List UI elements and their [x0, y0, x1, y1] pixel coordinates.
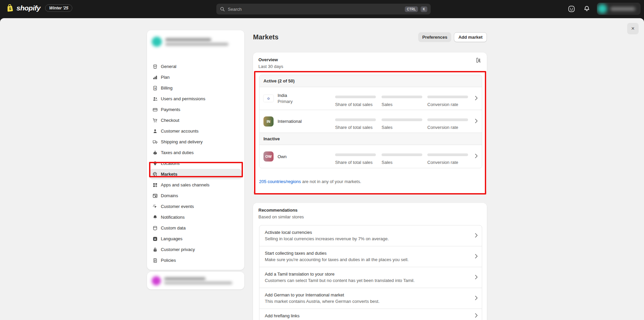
policies-icon [152, 258, 158, 263]
settings-sidebar: General Plan $ Billing Users and permiss… [147, 30, 244, 289]
sidebar-item-label: Customer privacy [161, 247, 195, 252]
sidebar-item-apps-and-sales-channels[interactable]: Apps and sales channels [150, 180, 242, 190]
chevron-right-icon [475, 96, 478, 100]
recommendations-title: Recommendations [258, 208, 481, 213]
sidebar-item-domains[interactable]: Domains [150, 190, 242, 201]
metric-skeleton-bar [382, 153, 422, 156]
search-input[interactable]: Search CTRL K [216, 4, 431, 14]
chevron-right-icon [475, 275, 478, 279]
store-avatar-blurred [152, 37, 162, 47]
sidebar-item-label: Policies [161, 258, 176, 263]
recommendation-description: Customers can select Tamil but no conten… [265, 278, 468, 283]
countries-footer: 205 countries/regions are not in any of … [259, 179, 481, 184]
users-icon [152, 96, 158, 102]
user-name-blurred [164, 277, 206, 280]
sidebar-user-card[interactable] [147, 272, 244, 289]
add-market-button[interactable]: Add market [454, 32, 487, 42]
sidebar-item-customer-privacy[interactable]: Customer privacy [150, 244, 242, 255]
shopify-wordmark: shopify [16, 4, 40, 12]
sidebar-item-label: Plan [161, 75, 170, 80]
recommendation-title: Start collecting taxes and duties [265, 251, 468, 256]
sidebar-item-label: Customer accounts [161, 129, 199, 134]
notifications-button[interactable] [581, 3, 592, 14]
sidebar-item-users-and-permissions[interactable]: Users and permissions [150, 94, 242, 104]
metric-column: Share of total sales [335, 87, 376, 110]
close-button[interactable]: × [627, 23, 639, 34]
view-report-button[interactable] [475, 57, 481, 64]
sidebar-store-header[interactable] [147, 30, 244, 49]
recommendations-list: Activate local currencies Selling in loc… [259, 225, 482, 320]
store-url-blurred [165, 43, 228, 46]
recommendation-row[interactable]: Add German to your International market … [259, 288, 482, 309]
metric-column: Sales [382, 110, 422, 133]
market-name: India [278, 93, 293, 98]
sidebar-item-label: Taxes and duties [161, 150, 194, 155]
metric-label: Conversion rate [427, 125, 458, 130]
metric-skeleton-bar [427, 153, 468, 156]
market-section-header: Active (2 of 50) [259, 75, 482, 87]
sidebar-item-plan[interactable]: Plan [150, 72, 242, 82]
sidebar-item-payments[interactable]: Payments [150, 104, 242, 115]
sidebar-item-checkout[interactable]: Checkout [150, 115, 242, 126]
store-account-menu[interactable] [597, 3, 641, 15]
plan-icon [152, 75, 158, 80]
sidebar-item-general[interactable]: General [150, 61, 242, 72]
taxes-icon [152, 150, 158, 155]
edition-badge[interactable]: Winter '25 [45, 4, 72, 12]
market-name: International [278, 119, 302, 124]
store-name-blurred [610, 7, 635, 11]
sidebar-item-notifications[interactable]: Notifications [150, 212, 242, 222]
market-row-international[interactable]: IN International Share of total sales Sa… [259, 110, 482, 133]
sidebar-item-custom-data[interactable]: Custom data [150, 223, 242, 233]
countries-link[interactable]: 205 countries/regions [259, 179, 301, 184]
sidebar-item-customer-events[interactable]: Customer events [150, 201, 242, 212]
recommendation-row[interactable]: Add hreflang links [259, 309, 482, 320]
recommendation-row[interactable]: Start collecting taxes and duties Make s… [259, 246, 482, 267]
close-icon: × [631, 25, 635, 32]
india-flag-icon [263, 95, 274, 102]
metric-column: Conversion rate [427, 110, 468, 133]
sidekick-icon [568, 5, 575, 12]
metric-label: Share of total sales [335, 102, 372, 107]
main-content: Markets Preferences Add market Overview … [253, 30, 487, 320]
metric-skeleton-bar [427, 96, 468, 98]
recommendation-row[interactable]: Add a Tamil translation to your store Cu… [259, 267, 482, 288]
store-avatar-blurred [598, 4, 607, 13]
sidebar-item-taxes-and-duties[interactable]: Taxes and duties [150, 147, 242, 158]
apps-icon [152, 182, 158, 188]
recommendation-row[interactable]: Activate local currencies Selling in loc… [259, 225, 482, 246]
recommendation-description: This market contains Austria, where Germ… [265, 299, 468, 304]
settings-nav: General Plan $ Billing Users and permiss… [147, 61, 244, 270]
recommendation-title: Add hreflang links [265, 313, 468, 318]
sidebar-item-billing[interactable]: $ Billing [150, 83, 242, 93]
market-row-india[interactable]: India Primary Share of total sales Sales… [259, 87, 482, 110]
search-icon [220, 6, 225, 12]
market-row-own[interactable]: OW Own Share of total sales Sales Conver… [259, 145, 482, 168]
metric-label: Share of total sales [335, 125, 372, 130]
sidebar-item-customer-accounts[interactable]: Customer accounts [150, 126, 242, 136]
sidebar-item-policies[interactable]: Policies [150, 255, 242, 265]
sidebar-item-label: Custom data [161, 225, 186, 230]
market-name: Own [278, 154, 287, 159]
sidekick-button[interactable] [566, 3, 577, 14]
sidebar-item-label: Locations [161, 161, 180, 166]
sidebar-item-languages[interactable]: A Languages [150, 234, 242, 244]
metric-label: Sales [382, 160, 393, 165]
market-section-header: Inactive [259, 133, 482, 145]
sidebar-item-label: Languages [161, 236, 182, 241]
sidebar-item-shipping-and-delivery[interactable]: Shipping and delivery [150, 137, 242, 147]
market-badge: OW [263, 151, 274, 162]
chevron-right-icon [475, 118, 478, 123]
svg-text:$: $ [156, 174, 157, 177]
recommendation-description: Make sure you're accounting for taxes an… [265, 257, 468, 262]
customer-events-icon [152, 204, 158, 209]
sidebar-item-label: General [161, 64, 176, 69]
preferences-button[interactable]: Preferences [418, 32, 451, 42]
shopify-logo[interactable]: S shopify Winter '25 [6, 4, 72, 12]
metric-skeleton-bar [382, 96, 422, 98]
recommendation-title: Activate local currencies [265, 230, 468, 235]
sidebar-item-locations[interactable]: Locations [150, 158, 242, 169]
sidebar-item-markets[interactable]: $ Markets [150, 169, 242, 179]
recommendation-title: Add German to your International market [265, 292, 468, 297]
shopify-bag-icon: S [6, 3, 14, 12]
